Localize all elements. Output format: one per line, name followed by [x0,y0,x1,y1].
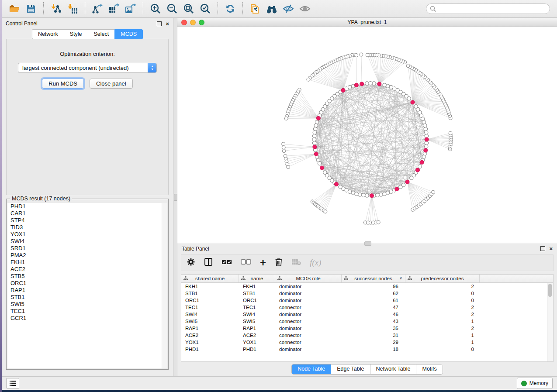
vertical-splitter[interactable] [173,18,177,376]
network-node[interactable] [418,165,422,168]
cell-name[interactable]: YOX1 [239,340,275,345]
add-column-icon[interactable]: + [260,258,266,267]
tab-motifs[interactable]: Motifs [416,364,442,374]
mcds-result-item[interactable]: STB1 [7,294,167,301]
cell-successor_nodes[interactable]: 18 [342,347,405,352]
cell-mcds_role[interactable]: dominator [275,284,342,289]
mcds-hub-node[interactable] [395,187,399,191]
mcds-result-item[interactable]: STP4 [7,217,167,224]
network-node[interactable] [414,105,418,108]
network-node[interactable] [282,142,285,146]
delete-icon[interactable] [275,258,283,268]
cell-name[interactable]: SWI4 [239,312,275,317]
criterion-dropdown[interactable]: largest connected component (undirected)… [18,63,157,73]
open-session-icon[interactable] [7,2,21,16]
cell-name[interactable]: SWI5 [239,319,275,324]
cell-successor_nodes[interactable]: 62 [342,291,405,296]
cell-mcds_role[interactable]: dominator [275,326,342,331]
mcds-result-item[interactable]: YOX1 [7,231,167,238]
network-node[interactable] [372,82,376,85]
cell-mcds_role[interactable]: connector [275,305,342,310]
hide-eye-slash-icon[interactable] [281,2,295,16]
mcds-hub-node[interactable] [425,138,429,141]
float-panel-icon[interactable] [157,21,162,26]
network-node[interactable] [313,127,317,131]
mcds-result-list[interactable]: PHD1CAR1STP4TID3YOX1SWI4SRD1PMA2FKH1ACE2… [7,203,167,368]
network-node[interactable] [284,117,288,120]
network-node[interactable] [324,210,327,213]
cell-mcds_role[interactable]: dominator [275,347,342,352]
network-node[interactable] [355,192,358,196]
cell-shared_name[interactable]: STB1 [181,291,239,296]
table-row[interactable]: SWI5SWI5connector431 [181,318,553,325]
network-node[interactable] [425,131,428,134]
network-node[interactable] [425,141,428,144]
table-row[interactable]: TEC1TEC1connector472 [181,304,553,311]
gear-icon[interactable] [187,258,195,268]
zoom-fit-icon[interactable] [182,2,196,16]
network-node[interactable] [406,64,410,68]
cell-predecessor_nodes[interactable]: 1 [405,340,480,345]
horizontal-splitter-grabber[interactable] [364,241,371,246]
network-node[interactable] [425,134,428,138]
select-all-icon[interactable] [221,259,232,267]
close-panel-button[interactable]: Close panel [90,79,133,89]
cell-mcds_role[interactable]: connector [275,340,342,345]
splitter-grabber[interactable] [174,194,177,201]
network-node[interactable] [351,191,355,195]
cell-successor_nodes[interactable]: 35 [342,326,405,331]
network-node[interactable] [369,82,372,85]
cell-mcds_role[interactable]: dominator [275,298,342,303]
cell-shared_name[interactable]: SWI5 [181,319,239,324]
mcds-result-item[interactable]: STB5 [7,273,167,280]
share-network-icon[interactable] [248,2,262,16]
table-row[interactable]: FKH1FKH1dominator962 [181,283,553,290]
mcds-hub-node[interactable] [360,82,364,86]
cell-successor_nodes[interactable]: 96 [342,284,405,289]
network-node[interactable] [282,146,285,149]
network-node[interactable] [365,194,369,197]
cell-shared_name[interactable]: YOX1 [181,340,239,345]
tab-edge-table[interactable]: Edge Table [331,364,370,374]
table-row[interactable]: ACE2ACE2connector311 [181,332,553,339]
cell-name[interactable]: ORC1 [239,298,275,303]
column-header-predecessor-nodes[interactable]: predecessor nodes [405,275,480,282]
zoom-in-icon[interactable] [149,2,163,16]
table-row[interactable]: SWI4SWI4dominator462 [181,311,553,318]
mcds-result-item[interactable]: TEC1 [7,308,167,315]
network-node[interactable] [401,183,405,186]
sort-arrow-icon[interactable]: ∨ [399,275,402,280]
mcds-result-item[interactable]: SRD1 [7,245,167,252]
cell-name[interactable]: STB1 [239,291,275,296]
mcds-hub-node[interactable] [334,182,338,186]
network-node[interactable] [424,127,427,131]
cell-predecessor_nodes[interactable]: 2 [405,312,480,317]
cell-name[interactable]: PHD1 [239,347,275,352]
cell-predecessor_nodes[interactable]: 1 [405,333,480,338]
tab-select[interactable]: Select [88,29,115,39]
export-table-icon[interactable] [107,2,121,16]
network-node[interactable] [312,134,316,138]
tab-network[interactable]: Network [32,29,64,39]
network-node[interactable] [360,53,363,56]
mcds-hub-node[interactable] [354,83,358,87]
network-node[interactable] [307,78,310,81]
refresh-icon[interactable] [223,2,237,16]
network-node[interactable] [376,193,379,197]
mcds-hub-node[interactable] [314,152,318,156]
table-row[interactable]: STB1STB1dominator620 [181,290,553,297]
table-row[interactable]: ORC1ORC1dominator610 [181,297,553,304]
cell-predecessor_nodes[interactable]: 2 [405,305,480,310]
mcds-hub-node[interactable] [341,88,345,92]
mcds-hub-node[interactable] [415,168,419,172]
network-node[interactable] [312,138,316,141]
cell-predecessor_nodes[interactable]: 1 [405,319,480,324]
network-node[interactable] [383,83,386,87]
close-panel-icon[interactable]: × [166,22,169,26]
cell-shared_name[interactable]: TEC1 [181,305,239,310]
network-node[interactable] [423,124,426,127]
network-node[interactable] [379,193,383,196]
cell-name[interactable]: FKH1 [239,284,275,289]
cell-shared_name[interactable]: PHD1 [181,347,239,352]
network-node[interactable] [365,82,369,85]
